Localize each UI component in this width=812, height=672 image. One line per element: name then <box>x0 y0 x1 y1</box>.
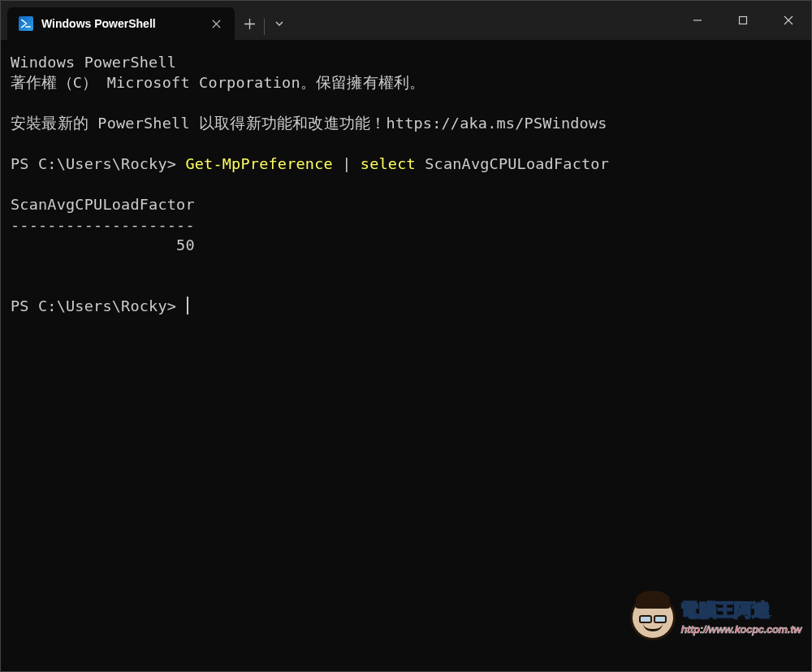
tab-strip: Windows PowerShell <box>1 1 235 40</box>
output-line: 著作權（C） Microsoft Corporation。保留擁有權利。 <box>11 73 801 93</box>
svg-rect-0 <box>740 17 747 24</box>
terminal-content[interactable]: Windows PowerShell 著作權（C） Microsoft Corp… <box>1 40 811 671</box>
blank-line <box>11 276 801 297</box>
cursor <box>187 297 188 314</box>
output-separator: -------------------- <box>11 215 801 236</box>
close-tab-button[interactable] <box>207 15 225 33</box>
cmdlet: Get-MpPreference <box>185 155 332 172</box>
prompt: PS C:\Users\Rocky> <box>11 297 185 314</box>
blank-line <box>11 134 801 154</box>
prompt-line: PS C:\Users\Rocky> <box>11 297 801 317</box>
blank-line <box>11 93 801 114</box>
maximize-button[interactable] <box>720 1 766 40</box>
watermark-title: 電腦王阿達 <box>680 598 801 622</box>
watermark-url: http://www.kocpc.com.tw <box>680 622 801 637</box>
tab-powershell[interactable]: Windows PowerShell <box>7 7 235 40</box>
command-line: PS C:\Users\Rocky> Get-MpPreference | se… <box>11 154 801 175</box>
output-line: Windows PowerShell <box>11 53 801 73</box>
select-keyword: select <box>361 155 416 172</box>
watermark-avatar-icon <box>630 595 676 640</box>
watermark-text: 電腦王阿達 http://www.kocpc.com.tw <box>680 598 801 636</box>
command-arg: ScanAvgCPULoadFactor <box>416 155 609 172</box>
terminal-window: Windows PowerShell <box>0 0 812 672</box>
blank-line <box>11 256 801 276</box>
window-controls <box>675 1 811 40</box>
titlebar-drag-region[interactable] <box>294 1 675 40</box>
titlebar: Windows PowerShell <box>1 1 811 40</box>
prompt: PS C:\Users\Rocky> <box>11 155 185 172</box>
close-window-button[interactable] <box>766 1 811 40</box>
pipe-operator: | <box>333 155 361 172</box>
new-tab-button[interactable] <box>235 7 264 40</box>
output-value: 50 <box>11 236 801 256</box>
tab-actions <box>235 1 294 40</box>
tab-title: Windows PowerShell <box>41 17 199 30</box>
output-line: 安裝最新的 PowerShell 以取得新功能和改進功能！https://aka… <box>11 114 801 134</box>
tab-dropdown-button[interactable] <box>265 7 294 40</box>
watermark: 電腦王阿達 http://www.kocpc.com.tw <box>630 595 801 640</box>
output-column-header: ScanAvgCPULoadFactor <box>11 195 801 215</box>
blank-line <box>11 175 801 195</box>
powershell-icon <box>19 16 33 31</box>
minimize-button[interactable] <box>675 1 720 40</box>
